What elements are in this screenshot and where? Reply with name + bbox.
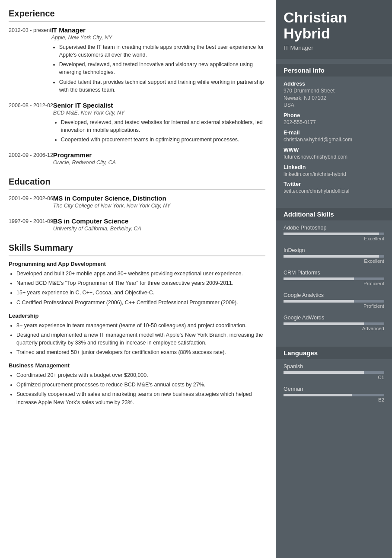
skill-item-4: Google AdWords Advanced [284, 315, 384, 331]
skill-level-1: Excellent [284, 258, 384, 264]
experience-entry-2: 2002-09 - 2006-12 Programmer Oracle, Red… [9, 151, 265, 168]
experience-entry-1: 2006-08 - 2012-02 Senior IT Specialist B… [9, 102, 265, 145]
education-section: Education 2001-09 - 2002-06 MS in Comput… [9, 177, 265, 234]
skill-name-2: CRM Platforms [284, 270, 384, 276]
edu-title-1: BS in Computer Science [53, 217, 265, 225]
bullet: Coordinated 20+ projects with a budget o… [16, 371, 265, 379]
bullet: Developed, reviewed, and tested innovati… [59, 61, 265, 76]
personal-info-title: Personal Info [276, 64, 392, 77]
lang-bar-fill-0 [284, 371, 364, 374]
exp-subtitle-2: Oracle, Redwood City, CA [53, 159, 265, 166]
bullet: Optimized procurement processes to reduc… [16, 381, 265, 389]
lang-bar-fill-1 [284, 394, 352, 396]
exp-title-1: Senior IT Specialist [53, 102, 265, 109]
phone-value: 202-555-0177 [284, 119, 384, 126]
skill-bar-bg-4 [284, 322, 384, 325]
skill-name-3: Google Analytics [284, 292, 384, 298]
lang-bar-bg-1 [284, 394, 384, 396]
skill-bar-fill-0 [284, 233, 379, 235]
exp-bullets-1: Developed, reviewed, and tested websites… [53, 118, 265, 143]
skills-section: Skills Summary Programming and App Devel… [9, 243, 265, 406]
edu-subtitle-1: University of California, Berkeley, CA [53, 226, 265, 232]
experience-section: Experience 2012-03 - present IT Manager … [9, 9, 265, 168]
exp-date-1: 2006-08 - 2012-02 [9, 102, 53, 145]
skills-title: Skills Summary [9, 243, 265, 256]
skills-bullets-2: Coordinated 20+ projects with a budget o… [9, 371, 265, 406]
additional-skills-section: Additional Skills Adobe Photoshop Excell… [276, 203, 392, 341]
exp-date-0: 2012-03 - present [9, 26, 51, 96]
lang-level-1: B2 [284, 397, 384, 402]
edu-date-1: 1997-09 - 2001-09 [9, 217, 53, 234]
skill-name-1: InDesign [284, 247, 384, 253]
edu-content-1: BS in Computer Science University of Cal… [53, 217, 265, 234]
skill-bar-bg-1 [284, 255, 384, 258]
edu-title-0: MS in Computer Science, Distinction [53, 195, 265, 202]
skill-item-2: CRM Platforms Proficient [284, 270, 384, 286]
skills-sub-2: Business Management Coordinated 20+ proj… [9, 362, 265, 406]
languages-title: Languages [276, 347, 392, 359]
lang-name-1: German [284, 386, 384, 392]
education-entry-1: 1997-09 - 2001-09 BS in Computer Science… [9, 217, 265, 234]
skills-bullets-1: 8+ years experience in team management (… [9, 322, 265, 357]
bullet: Developed, reviewed, and tested websites… [61, 118, 265, 134]
bullet: C Certified Professional Programmer (200… [16, 299, 265, 306]
twitter-value: twitter.com/chrishybridofficial [284, 188, 384, 195]
lang-bar-bg-0 [284, 371, 384, 374]
exp-subtitle-1: BCD M&E, New York City, NY [53, 110, 265, 116]
exp-date-2: 2002-09 - 2006-12 [9, 151, 53, 168]
edu-date-0: 2001-09 - 2002-06 [9, 195, 53, 211]
skill-bar-bg-2 [284, 277, 384, 280]
exp-bullets-0: Supervised the IT team in creating mobil… [51, 43, 265, 94]
bullet: Cooperated with procurement teams in opt… [61, 136, 265, 143]
additional-skills-title: Additional Skills [276, 208, 392, 220]
skill-bar-fill-3 [284, 300, 354, 303]
exp-content-0: IT Manager Apple, New York City, NY Supe… [51, 26, 265, 96]
exp-subtitle-0: Apple, New York City, NY [51, 35, 265, 41]
skills-sub-0: Programming and App Development Develope… [9, 261, 265, 306]
skill-name-0: Adobe Photoshop [284, 225, 384, 231]
edu-content-0: MS in Computer Science, Distinction The … [53, 195, 265, 211]
experience-entry-0: 2012-03 - present IT Manager Apple, New … [9, 26, 265, 96]
languages-section: Languages Spanish C1 German B2 [276, 341, 392, 413]
skill-bar-bg-0 [284, 233, 384, 235]
skills-bullets-0: Developed and built 20+ mobile apps and … [9, 270, 265, 306]
exp-content-1: Senior IT Specialist BCD M&E, New York C… [53, 102, 265, 145]
edu-subtitle-0: The City College of New York, New York C… [53, 203, 265, 209]
profile-name: Christian Hybrid [284, 10, 384, 42]
experience-title: Experience [9, 9, 265, 22]
bullet: Guided talent that provides technical su… [59, 78, 265, 94]
lang-item-0: Spanish C1 [284, 363, 384, 380]
phone-label: Phone [284, 112, 384, 118]
skill-bar-fill-2 [284, 277, 354, 280]
twitter-label: Twitter [284, 181, 384, 187]
bullet: Designed and implemented a new IT manage… [16, 331, 265, 347]
skill-item-3: Google Analytics Proficient [284, 292, 384, 309]
exp-title-2: Programmer [53, 151, 265, 159]
skills-sub-title-0: Programming and App Development [9, 261, 265, 267]
bullet: 8+ years experience in team management (… [16, 322, 265, 329]
education-entry-0: 2001-09 - 2002-06 MS in Computer Science… [9, 195, 265, 211]
bullet: Named BCD M&E's "Top Programmer of The Y… [16, 279, 265, 287]
bullet: Developed and built 20+ mobile apps and … [16, 270, 265, 277]
linkedin-label: LinkedIn [284, 164, 384, 170]
education-title: Education [9, 177, 265, 190]
www-value: futureisnow.chrishybrid.com [284, 153, 384, 161]
linkedin-value: linkedin.com/in/chris-hybrid [284, 171, 384, 178]
skill-item-0: Adobe Photoshop Excellent [284, 225, 384, 241]
skill-item-1: InDesign Excellent [284, 247, 384, 264]
skill-bar-fill-4 [284, 322, 364, 325]
left-panel: Experience 2012-03 - present IT Manager … [0, 0, 276, 558]
skill-level-3: Proficient [284, 303, 384, 309]
lang-item-1: German B2 [284, 386, 384, 402]
skill-level-0: Excellent [284, 236, 384, 241]
profile-header: Christian Hybrid IT Manager [276, 0, 392, 59]
skill-level-2: Proficient [284, 281, 384, 286]
bullet: Supervised the IT team in creating mobil… [59, 43, 265, 59]
skill-bar-fill-1 [284, 255, 379, 258]
skill-name-4: Google AdWords [284, 315, 384, 321]
lang-level-0: C1 [284, 375, 384, 380]
skills-sub-title-2: Business Management [9, 362, 265, 369]
bullet: Trained and mentored 50+ junior develope… [16, 348, 265, 356]
address-label: Address [284, 81, 384, 87]
exp-title-0: IT Manager [51, 26, 265, 34]
